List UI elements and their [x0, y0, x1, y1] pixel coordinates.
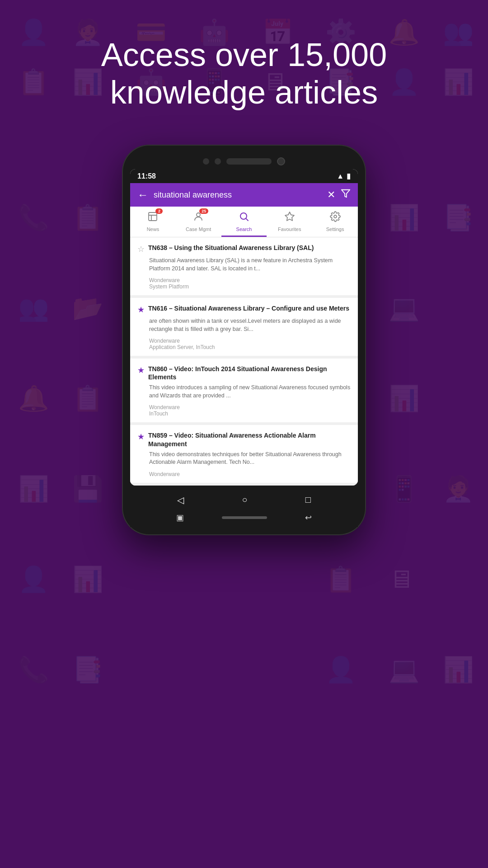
- svg-text:🖥: 🖥: [389, 565, 413, 593]
- result-title-TN860: TN860 – Video: InTouch 2014 Situational …: [148, 365, 351, 381]
- news-badge: 2: [155, 208, 163, 214]
- result-category-TN616: Application Server, InTouch: [149, 344, 351, 350]
- svg-text:📋: 📋: [325, 565, 357, 594]
- result-desc-TN859: This video demonstrates techniques for b…: [137, 451, 351, 467]
- clear-search-button[interactable]: ✕: [327, 189, 335, 201]
- svg-text:💻: 💻: [389, 655, 420, 684]
- svg-text:👤: 👤: [325, 655, 357, 684]
- phone-dot-left: [203, 158, 209, 165]
- star-icon-TN616[interactable]: ★: [137, 305, 145, 315]
- search-query-text: situational awareness: [154, 190, 322, 200]
- svg-point-47: [197, 213, 200, 217]
- tab-news[interactable]: 2 News: [130, 207, 176, 237]
- result-meta-TN638: Wonderware System Platform: [137, 277, 351, 290]
- case-mgmt-badge: 25: [199, 208, 208, 214]
- results-list: ☆ TN638 – Using the Situational Awarenes…: [130, 237, 358, 486]
- svg-text:💻: 💻: [389, 293, 420, 323]
- tab-settings[interactable]: Settings: [312, 207, 358, 237]
- result-brand-TN638: Wonderware: [149, 277, 351, 283]
- tab-settings-label: Settings: [326, 226, 344, 232]
- svg-text:📊: 📊: [72, 565, 103, 594]
- svg-text:👤: 👤: [18, 565, 49, 594]
- svg-text:💾: 💾: [72, 474, 103, 504]
- svg-text:📑: 📑: [443, 203, 474, 232]
- filter-button[interactable]: [341, 189, 351, 201]
- phone-home-area: ◁ ○ □ ▣ ↩: [130, 486, 358, 527]
- svg-text:🧑‍💼: 🧑‍💼: [443, 474, 474, 504]
- star-icon-TN859[interactable]: ★: [137, 432, 145, 442]
- star-icon-TN860[interactable]: ★: [137, 365, 145, 375]
- result-title-TN616: TN616 – Situational Awareness Library – …: [148, 304, 349, 312]
- result-desc-TN860: This video introduces a sampling of new …: [137, 384, 351, 400]
- phone-camera: [277, 157, 285, 165]
- battery-icon: ▮: [347, 172, 351, 180]
- result-desc-TN638: Situational Awareness Library (SAL) is a…: [137, 257, 351, 273]
- result-category-TN638: System Platform: [149, 283, 351, 290]
- result-brand-TN860: Wonderware: [149, 404, 351, 410]
- svg-text:📂: 📂: [72, 293, 103, 323]
- svg-marker-43: [342, 190, 350, 198]
- signal-icon: ▲: [337, 172, 344, 180]
- svg-text:📊: 📊: [389, 203, 420, 232]
- svg-rect-44: [149, 212, 157, 221]
- home-pill[interactable]: [222, 516, 267, 519]
- result-desc-TN616: are often shown within a tank or vessel.…: [137, 317, 351, 333]
- phone-speaker: [226, 158, 272, 165]
- phone-nav-bar: ◁ ○ □: [130, 491, 358, 509]
- svg-text:📋: 📋: [72, 203, 103, 232]
- settings-icon: [330, 211, 341, 225]
- result-card-TN860[interactable]: ★ TN860 – Video: InTouch 2014 Situationa…: [130, 359, 358, 422]
- tab-news-label: News: [147, 226, 160, 232]
- tab-case-mgmt[interactable]: 25 Case Mgmt: [176, 207, 221, 237]
- nav-back-button[interactable]: ◁: [177, 495, 184, 505]
- result-card-TN638[interactable]: ☆ TN638 – Using the Situational Awarenes…: [130, 237, 358, 295]
- result-card-TN859[interactable]: ★ TN859 – Video: Situational Awareness A…: [130, 425, 358, 482]
- svg-text:📑: 📑: [72, 655, 103, 684]
- svg-text:📱: 📱: [389, 474, 420, 504]
- news-icon: 2: [147, 211, 158, 225]
- tab-case-mgmt-label: Case Mgmt: [186, 226, 211, 232]
- recent-apps-gesture[interactable]: ▣: [176, 513, 184, 523]
- svg-text:📊: 📊: [18, 474, 49, 504]
- favourites-icon: [284, 211, 295, 225]
- back-gesture[interactable]: ↩: [305, 513, 312, 523]
- phone-dot-right: [215, 158, 221, 165]
- svg-text:📞: 📞: [18, 203, 49, 232]
- back-button[interactable]: ←: [137, 189, 148, 201]
- app-search-bar: ← situational awareness ✕: [130, 183, 358, 207]
- search-nav-icon: [239, 211, 249, 225]
- svg-text:📊: 📊: [389, 384, 420, 413]
- svg-marker-50: [285, 212, 294, 221]
- result-card-TN616[interactable]: ★ TN616 – Situational Awareness Library …: [130, 298, 358, 356]
- svg-point-48: [240, 213, 247, 219]
- svg-line-49: [246, 219, 248, 221]
- tab-favourites-label: Favourites: [278, 226, 301, 232]
- svg-text:📞: 📞: [18, 655, 49, 684]
- svg-text:🔔: 🔔: [18, 384, 49, 413]
- result-brand-TN859: Wonderware: [149, 471, 351, 477]
- phone-mockup: 11:58 ▲ ▮ ← situational awareness ✕: [122, 145, 366, 535]
- nav-home-button[interactable]: ○: [242, 495, 247, 505]
- svg-point-51: [334, 215, 337, 218]
- nav-recents-button[interactable]: □: [305, 495, 311, 505]
- tab-favourites[interactable]: Favourites: [267, 207, 312, 237]
- nav-tabs: 2 News 25 Case Mgmt: [130, 207, 358, 237]
- result-category-TN860: InTouch: [149, 410, 351, 417]
- status-bar: 11:58 ▲ ▮: [130, 169, 358, 183]
- result-meta-TN616: Wonderware Application Server, InTouch: [137, 338, 351, 350]
- result-meta-TN859: Wonderware: [137, 471, 351, 477]
- result-meta-TN860: Wonderware InTouch: [137, 404, 351, 417]
- tab-search[interactable]: Search: [221, 207, 267, 237]
- star-icon-TN638[interactable]: ☆: [137, 244, 145, 254]
- result-title-TN638: TN638 – Using the Situational Awareness …: [148, 244, 314, 252]
- result-title-TN859: TN859 – Video: Situational Awareness Act…: [148, 431, 351, 448]
- svg-text:📊: 📊: [443, 655, 474, 684]
- status-time: 11:58: [137, 172, 156, 180]
- svg-text:👥: 👥: [18, 293, 49, 323]
- tab-search-label: Search: [236, 226, 252, 232]
- page-headline: Access over 15,000 knowledge articles: [0, 36, 488, 111]
- phone-gesture-area: ▣ ↩: [130, 509, 358, 524]
- result-brand-TN616: Wonderware: [149, 338, 351, 344]
- svg-text:📋: 📋: [72, 384, 103, 413]
- phone-screen: 11:58 ▲ ▮ ← situational awareness ✕: [130, 169, 358, 486]
